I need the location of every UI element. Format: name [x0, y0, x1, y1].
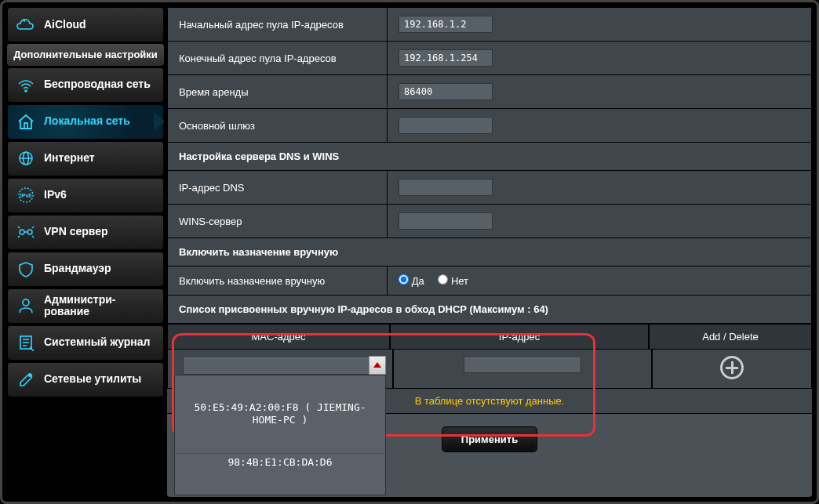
dns-input[interactable] — [399, 179, 493, 196]
pool-start-label: Начальный адрес пула IP-адресов — [168, 8, 388, 42]
sidebar-section-header: Дополнительные настройки — [7, 44, 164, 66]
vpn-icon — [16, 222, 36, 242]
gateway-label: Основной шлюз — [168, 109, 388, 143]
globe-icon — [16, 148, 36, 169]
list-input-row: 50:E5:49:A2:00:F8 ( JIEMING-HOME-PC ) 98… — [167, 350, 812, 389]
cloud-icon — [16, 15, 36, 35]
pool-end-label: Конечный адрес пула IP-адресов — [168, 42, 388, 75]
log-icon — [16, 332, 36, 353]
manual-no-radio[interactable]: Нет — [438, 275, 468, 287]
sidebar-item-nettools[interactable]: Сетевые утилиты — [7, 362, 164, 397]
svg-point-7 — [27, 230, 32, 234]
ipv6-icon: IPv6 — [16, 185, 36, 205]
sidebar-label: Сетевые утилиты — [44, 373, 141, 385]
shield-icon — [16, 259, 36, 279]
wifi-icon — [16, 74, 36, 95]
svg-point-0 — [25, 90, 27, 92]
manual-toggle-label: Включить назначение вручную — [168, 267, 388, 296]
col-add-header: Add / Delete — [649, 324, 812, 350]
home-icon — [16, 111, 36, 132]
pool-end-input[interactable] — [399, 49, 493, 67]
sidebar-item-wan[interactable]: Интернет — [7, 141, 164, 176]
sidebar-label: AiCloud — [44, 19, 86, 31]
sidebar-label: VPN сервер — [44, 226, 108, 237]
sidebar-item-vpn[interactable]: VPN сервер — [7, 215, 164, 250]
manual-section-title: Включить назначение вручную — [168, 238, 812, 267]
mac-input[interactable] — [183, 356, 377, 375]
sidebar-item-ipv6[interactable]: IPv6 IPv6 — [7, 178, 164, 213]
svg-rect-1 — [24, 123, 27, 129]
lease-input[interactable] — [399, 83, 493, 100]
mac-option[interactable]: 98:4B:E1:CB:DA:D6 — [175, 453, 385, 471]
col-mac-header: MAC-адрес — [167, 324, 390, 350]
sidebar-label: Локальная сеть — [44, 115, 130, 127]
add-button[interactable] — [720, 356, 744, 379]
dns-label: IP-адрес DNS — [168, 171, 388, 205]
mac-option[interactable]: 50:E5:49:A2:00:F8 ( JIEMING-HOME-PC ) — [175, 399, 385, 430]
sidebar-label: Брандмауэр — [44, 263, 111, 274]
svg-point-6 — [20, 230, 24, 234]
mac-dropdown-list: 50:E5:49:A2:00:F8 ( JIEMING-HOME-PC ) 98… — [174, 375, 386, 495]
wins-input[interactable] — [399, 212, 493, 230]
sidebar-item-aicloud[interactable]: AiCloud — [7, 7, 164, 42]
sidebar-label: Администри- рование — [44, 294, 116, 318]
main-content: Начальный адрес пула IP-адресов Конечный… — [167, 7, 812, 497]
gateway-input[interactable] — [399, 117, 493, 134]
sidebar: AiCloud Дополнительные настройки Беспров… — [7, 7, 164, 497]
sidebar-item-wireless[interactable]: Беспроводная сеть — [7, 67, 164, 103]
svg-point-8 — [23, 299, 29, 306]
sidebar-label: Интернет — [44, 152, 95, 164]
sidebar-label: Беспроводная сеть — [44, 78, 151, 90]
sidebar-label: Системный журнал — [44, 336, 150, 348]
dns-section-title: Настройка сервера DNS и WINS — [168, 143, 812, 171]
pool-start-input[interactable] — [399, 16, 493, 33]
ip-input[interactable] — [464, 356, 581, 373]
sidebar-item-lan[interactable]: Локальная сеть — [7, 104, 164, 140]
list-header: MAC-адрес IP-адрес Add / Delete — [167, 324, 812, 350]
wrench-icon — [16, 369, 36, 390]
list-section-title: Список присвоенных вручную IP-адресов в … — [168, 296, 812, 324]
sidebar-item-admin[interactable]: Администри- рование — [7, 288, 164, 324]
manual-yes-radio[interactable]: Да — [399, 275, 424, 287]
svg-marker-11 — [373, 362, 381, 368]
mac-combo: 50:E5:49:A2:00:F8 ( JIEMING-HOME-PC ) 98… — [174, 356, 386, 375]
dhcp-form: Начальный адрес пула IP-адресов Конечный… — [167, 7, 812, 324]
sidebar-item-firewall[interactable]: Брандмауэр — [7, 252, 164, 287]
sidebar-label: IPv6 — [44, 189, 67, 201]
lease-label: Время аренды — [168, 75, 388, 109]
svg-text:IPv6: IPv6 — [20, 193, 32, 198]
apply-button[interactable]: Применить — [442, 426, 537, 452]
mac-dropdown-arrow[interactable] — [369, 356, 386, 375]
svg-point-10 — [29, 375, 31, 376]
wins-label: WINS-сервер — [168, 205, 388, 238]
person-icon — [16, 296, 36, 316]
col-ip-header: IP-адрес — [390, 324, 649, 350]
sidebar-item-syslog[interactable]: Системный журнал — [7, 325, 164, 361]
